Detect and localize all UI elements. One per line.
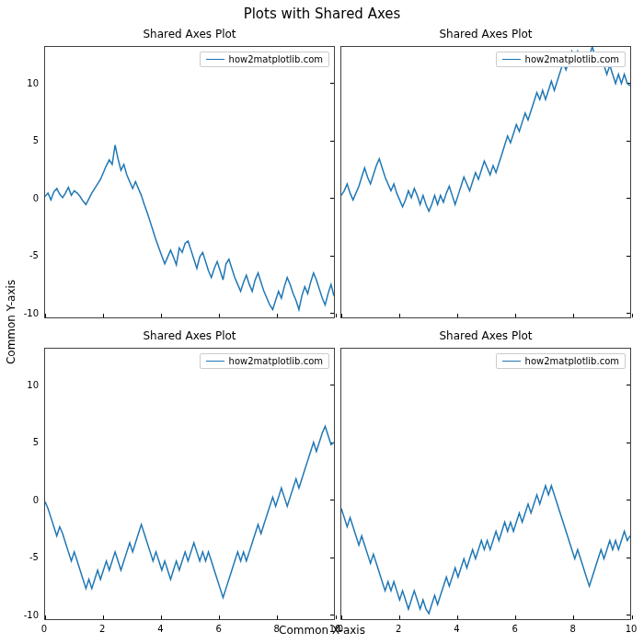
x-tick-label: 8 bbox=[274, 620, 280, 634]
legend: how2matplotlib.com bbox=[496, 52, 626, 67]
y-tick-label: 0 bbox=[33, 494, 44, 504]
legend-line-icon bbox=[206, 59, 224, 60]
y-axis-label: Common Y-axis bbox=[5, 280, 17, 364]
x-tick-label: 6 bbox=[512, 620, 517, 634]
y-tick-label: 0 bbox=[33, 192, 44, 202]
subplot-2: how2matplotlib.comShared Axes Plot-10-50… bbox=[44, 348, 335, 620]
x-tick-label: 4 bbox=[157, 620, 163, 634]
x-tick-label: 2 bbox=[396, 620, 401, 634]
line-series bbox=[341, 349, 630, 619]
subplot-3: how2matplotlib.comShared Axes Plot024681… bbox=[340, 348, 631, 620]
subplot-title: Shared Axes Plot bbox=[340, 329, 631, 342]
legend-label: how2matplotlib.com bbox=[229, 54, 323, 64]
y-tick-label: -10 bbox=[24, 307, 44, 317]
x-tick-label: 0 bbox=[41, 620, 47, 634]
x-tick-label: 4 bbox=[454, 620, 459, 634]
line-series bbox=[45, 47, 334, 317]
legend-line-icon bbox=[206, 361, 224, 362]
axes: how2matplotlib.com bbox=[340, 46, 631, 318]
subplot-title: Shared Axes Plot bbox=[44, 329, 335, 342]
axes: how2matplotlib.com bbox=[340, 348, 631, 620]
x-tick-label: 8 bbox=[570, 620, 576, 634]
legend-line-icon bbox=[502, 361, 521, 362]
axes: how2matplotlib.com bbox=[44, 46, 335, 318]
x-axis-label: Common X-axis bbox=[279, 624, 365, 637]
y-tick-label: -5 bbox=[29, 552, 44, 562]
figure: Plots with Shared Axes Common Y-axis Com… bbox=[0, 0, 644, 644]
legend-label: how2matplotlib.com bbox=[229, 356, 323, 366]
y-tick-label: -5 bbox=[29, 250, 44, 260]
y-tick-label: 10 bbox=[27, 379, 44, 389]
y-tick-label: 10 bbox=[27, 77, 44, 87]
legend-label: how2matplotlib.com bbox=[525, 54, 619, 64]
y-tick-label: 5 bbox=[33, 437, 44, 447]
subplot-title: Shared Axes Plot bbox=[44, 28, 335, 40]
legend-label: how2matplotlib.com bbox=[525, 356, 619, 366]
subplot-0: how2matplotlib.comShared Axes Plot-10-50… bbox=[44, 46, 335, 318]
y-tick-label: 5 bbox=[33, 135, 44, 145]
subplot-title: Shared Axes Plot bbox=[340, 28, 631, 40]
legend: how2matplotlib.com bbox=[200, 353, 329, 369]
x-tick-label: 2 bbox=[99, 620, 105, 634]
line-series bbox=[45, 349, 334, 619]
axes: how2matplotlib.com bbox=[44, 348, 335, 620]
x-tick-label: 0 bbox=[338, 620, 343, 634]
legend: how2matplotlib.com bbox=[496, 353, 626, 369]
legend-line-icon bbox=[502, 59, 521, 60]
x-tick-label: 10 bbox=[626, 620, 638, 634]
x-tick-label: 6 bbox=[215, 620, 221, 634]
subplot-1: how2matplotlib.comShared Axes Plot bbox=[340, 46, 631, 318]
line-series bbox=[341, 47, 630, 317]
legend: how2matplotlib.com bbox=[200, 52, 329, 67]
y-tick-label: -10 bbox=[24, 609, 44, 619]
figure-title: Plots with Shared Axes bbox=[0, 6, 644, 22]
